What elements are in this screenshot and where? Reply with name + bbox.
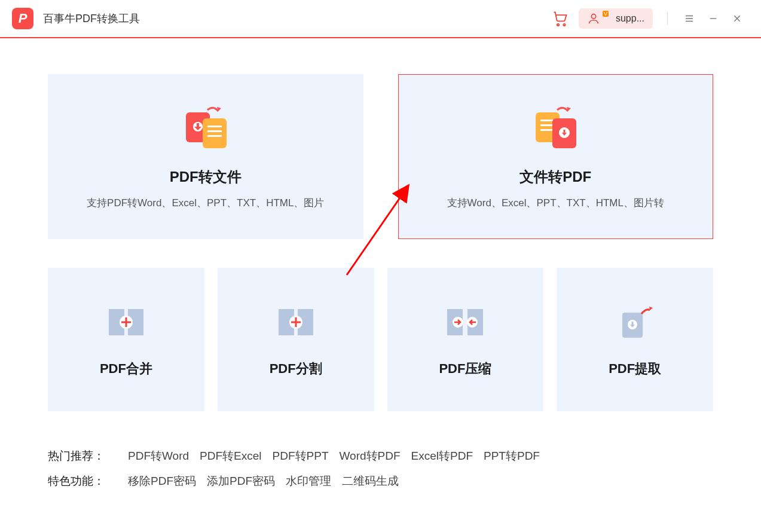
shopping-cart-icon: [552, 10, 569, 27]
feature-link[interactable]: 水印管理: [286, 473, 331, 489]
merge-icon: [105, 301, 147, 343]
extract-icon: [614, 301, 656, 343]
card-title: 文件转PDF: [519, 167, 591, 186]
shopping-cart-button[interactable]: [551, 10, 569, 27]
svg-point-2: [591, 14, 595, 19]
features-row: 特色功能： 移除PDF密码 添加PDF密码 水印管理 二维码生成: [48, 473, 713, 489]
feature-link[interactable]: 移除PDF密码: [128, 473, 196, 489]
card-title: PDF合并: [100, 360, 152, 378]
close-icon: [732, 14, 742, 23]
menu-button[interactable]: [682, 11, 696, 26]
feature-link[interactable]: 二维码生成: [342, 473, 399, 489]
features-label: 特色功能：: [48, 473, 115, 489]
close-button[interactable]: [730, 11, 744, 26]
card-title: PDF提取: [609, 360, 661, 378]
bottom-links: 热门推荐： PDF转Word PDF转Excel PDF转PPT Word转PD…: [0, 448, 761, 489]
svg-rect-10: [203, 118, 227, 148]
recommend-items: PDF转Word PDF转Excel PDF转PPT Word转PDF Exce…: [128, 448, 540, 464]
card-title: PDF转文件: [170, 167, 242, 186]
user-label: supp...: [616, 13, 644, 24]
pdf-compress-card[interactable]: PDF压缩: [387, 268, 544, 411]
svg-point-1: [563, 24, 565, 26]
separator: [667, 12, 668, 25]
minimize-button[interactable]: [706, 11, 720, 26]
card-title: PDF分割: [270, 360, 322, 378]
logo-letter: P: [19, 11, 27, 26]
compress-icon: [441, 301, 489, 343]
file-to-pdf-icon: [528, 104, 582, 152]
minimize-icon: [708, 14, 718, 23]
primary-cards-row: PDF转文件 支持PDF转Word、Excel、PPT、TXT、HTML、图片: [48, 74, 713, 239]
file-to-pdf-card[interactable]: 文件转PDF 支持Word、Excel、PPT、TXT、HTML、图片转: [398, 74, 714, 239]
recommend-link[interactable]: PPT转PDF: [484, 448, 540, 464]
recommend-link[interactable]: Excel转PDF: [411, 448, 473, 464]
recommend-row: 热门推荐： PDF转Word PDF转Excel PDF转PPT Word转PD…: [48, 448, 713, 464]
vip-badge-icon: V: [603, 11, 609, 17]
app-logo: P: [12, 8, 33, 29]
recommend-link[interactable]: PDF转Word: [128, 448, 189, 464]
card-title: PDF压缩: [439, 360, 491, 378]
app-title: 百事牛PDF转换工具: [43, 11, 140, 26]
pdf-to-file-card[interactable]: PDF转文件 支持PDF转Word、Excel、PPT、TXT、HTML、图片: [48, 74, 363, 239]
recommend-link[interactable]: PDF转Excel: [200, 448, 261, 464]
menu-icon: [684, 13, 695, 24]
user-icon: [587, 12, 600, 25]
secondary-cards-row: PDF合并 PDF分割: [48, 268, 713, 411]
recommend-link[interactable]: Word转PDF: [339, 448, 400, 464]
pdf-split-card[interactable]: PDF分割: [218, 268, 374, 411]
pdf-merge-card[interactable]: PDF合并: [48, 268, 204, 411]
split-icon: [275, 301, 317, 343]
svg-rect-12: [207, 130, 222, 132]
svg-rect-13: [207, 135, 222, 137]
feature-link[interactable]: 添加PDF密码: [207, 473, 275, 489]
pdf-to-file-icon: [179, 104, 233, 152]
recommend-link[interactable]: PDF转PPT: [273, 448, 329, 464]
user-account-button[interactable]: V supp...: [579, 8, 653, 29]
svg-rect-11: [207, 126, 222, 127]
card-subtitle: 支持Word、Excel、PPT、TXT、HTML、图片转: [447, 196, 664, 210]
titlebar: P 百事牛PDF转换工具 V supp...: [0, 0, 761, 38]
features-items: 移除PDF密码 添加PDF密码 水印管理 二维码生成: [128, 473, 399, 489]
svg-point-0: [557, 24, 559, 26]
main-content: PDF转文件 支持PDF转Word、Excel、PPT、TXT、HTML、图片: [0, 38, 761, 411]
pdf-extract-card[interactable]: PDF提取: [557, 268, 713, 411]
recommend-label: 热门推荐：: [48, 448, 115, 464]
card-subtitle: 支持PDF转Word、Excel、PPT、TXT、HTML、图片: [87, 196, 324, 210]
